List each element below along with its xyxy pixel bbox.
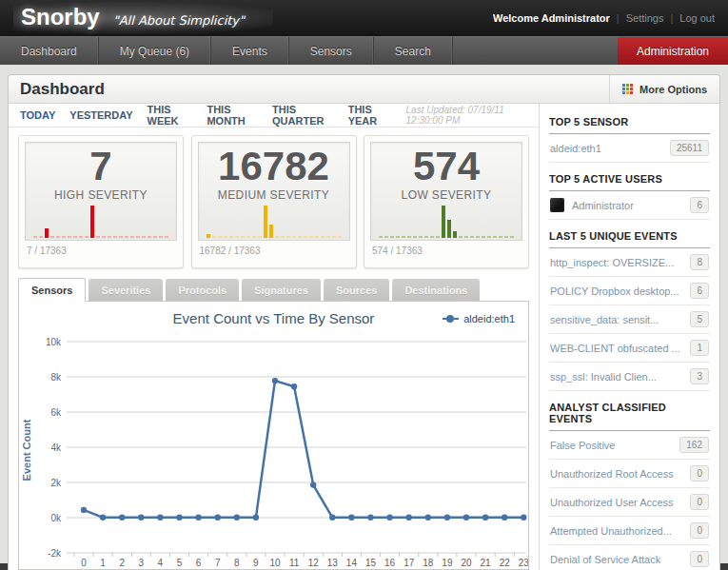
svg-text:15: 15	[365, 558, 377, 568]
user-links: Welcome Administrator | Settings | Log o…	[493, 12, 715, 24]
svg-text:4k: 4k	[50, 442, 62, 453]
svg-text:11: 11	[289, 558, 300, 568]
tab-protocols[interactable]: Protocols	[166, 279, 239, 301]
sensor-link[interactable]: aldeid:eth1	[550, 143, 601, 154]
filter-today[interactable]: TODAY	[20, 109, 55, 121]
unique-event-link[interactable]: WEB-CLIENT obfuscated ...	[550, 343, 680, 354]
main-nav: Dashboard My Queue (6) Events Sensors Se…	[0, 36, 728, 65]
classified-event-row: False Positive 162	[549, 431, 710, 460]
svg-text:10: 10	[269, 558, 281, 568]
high-severity-label: HIGH SEVERITY	[54, 188, 148, 202]
page-title: Dashboard	[20, 80, 105, 99]
chart-legend[interactable]: aldeid:eth1	[443, 313, 515, 324]
unique-event-row: POLICY Dropbox desktop... 6	[549, 277, 710, 305]
administration-button[interactable]: Administration	[618, 37, 728, 65]
nav-events[interactable]: Events	[211, 37, 289, 65]
severity-cards: 7 HIGH SEVERITY 7 / 17363 16782 MEDIUM S…	[9, 128, 539, 268]
user-link[interactable]: Administrator	[572, 200, 634, 211]
page-header: Dashboard More Options	[9, 75, 719, 104]
unique-event-link[interactable]: POLICY Dropbox desktop...	[550, 285, 679, 297]
medium-severity-caption: 16782 / 17363	[198, 246, 350, 256]
svg-text:Event Count: Event Count	[21, 419, 32, 481]
low-severity-card[interactable]: 574 LOW SEVERITY 574 / 17363	[364, 135, 529, 268]
svg-text:16: 16	[384, 558, 396, 568]
event-count-badge: 8	[690, 254, 709, 270]
card-inner: 574 LOW SEVERITY	[370, 142, 522, 241]
event-count-badge: 5	[690, 311, 709, 327]
logo-group[interactable]: Snorby "All About Simplicity"	[13, 2, 273, 34]
analyst-classified-events-title: ANALYST CLASSIFIED EVENTS	[549, 391, 710, 431]
svg-text:12: 12	[308, 558, 320, 568]
filter-this-year[interactable]: THIS YEAR	[348, 104, 392, 127]
classified-event-row: Attempted Unauthorized... 0	[549, 517, 710, 545]
svg-text:23: 23	[519, 558, 529, 568]
svg-text:18: 18	[423, 558, 434, 568]
nav-my-queue[interactable]: My Queue (6)	[99, 37, 211, 65]
nav-search[interactable]: Search	[374, 37, 453, 65]
logout-link[interactable]: Log out	[679, 12, 715, 24]
user-avatar	[550, 198, 564, 212]
svg-text:-2k: -2k	[48, 548, 62, 559]
classified-event-link[interactable]: Unauthorized Root Access	[550, 468, 674, 480]
low-severity-label: LOW SEVERITY	[402, 188, 492, 202]
welcome-text: Welcome Administrator	[493, 12, 610, 24]
svg-text:8: 8	[234, 558, 240, 568]
main-panel: Dashboard More Options TODAY YESTERDAY T…	[8, 74, 720, 570]
svg-text:2k: 2k	[50, 478, 62, 488]
top-5-active-users-title: TOP 5 ACTIVE USERS	[549, 163, 710, 191]
tab-severities[interactable]: Severities	[89, 279, 163, 301]
high-severity-value: 7	[89, 145, 111, 188]
high-severity-caption: 7 / 17363	[25, 246, 177, 256]
filter-yesterday[interactable]: YESTERDAY	[69, 109, 132, 121]
unique-event-row: WEB-CLIENT obfuscated ... 1	[549, 334, 710, 363]
unique-event-row: sensitive_data: sensit... 5	[549, 305, 710, 334]
classified-count-badge: 0	[690, 551, 709, 567]
svg-text:20: 20	[461, 558, 472, 568]
classified-event-link[interactable]: False Positive	[550, 440, 615, 451]
medium-severity-sparkline	[207, 206, 342, 240]
svg-text:21: 21	[481, 558, 492, 568]
filter-this-month[interactable]: THIS MONTH	[207, 104, 258, 127]
medium-severity-value: 16782	[218, 145, 329, 188]
classified-event-link[interactable]: Unauthorized User Access	[550, 497, 674, 508]
top-bar: Snorby "All About Simplicity" Welcome Ad…	[0, 0, 728, 36]
tab-sources[interactable]: Sources	[324, 279, 389, 301]
filter-this-week[interactable]: THIS WEEK	[148, 104, 193, 127]
tab-sensors[interactable]: Sensors	[18, 278, 86, 302]
event-count-badge: 6	[690, 283, 709, 299]
unique-event-link[interactable]: http_inspect: OVERSIZE...	[550, 257, 674, 268]
more-options-button[interactable]: More Options	[609, 75, 719, 103]
app-logo: Snorby	[21, 4, 100, 30]
svg-text:2: 2	[119, 558, 125, 568]
nav-sensors[interactable]: Sensors	[289, 37, 374, 65]
svg-text:0: 0	[81, 558, 87, 568]
sensor-count-badge: 25611	[670, 140, 709, 156]
filter-this-quarter[interactable]: THIS QUARTER	[272, 104, 334, 127]
settings-link[interactable]: Settings	[626, 12, 664, 24]
svg-text:22: 22	[500, 558, 511, 568]
user-row: Administrator 6	[549, 191, 710, 220]
unique-event-link[interactable]: sensitive_data: sensit...	[550, 314, 659, 325]
last-5-unique-events-title: LAST 5 UNIQUE EVENTS	[549, 220, 710, 248]
classified-event-row: Unauthorized Root Access 0	[549, 460, 710, 488]
card-inner: 16782 MEDIUM SEVERITY	[198, 142, 350, 241]
svg-text:4: 4	[158, 558, 164, 568]
tab-signatures[interactable]: Signatures	[242, 279, 321, 301]
unique-event-link[interactable]: ssp_ssl: Invalid Clien...	[550, 371, 657, 383]
tab-destinations[interactable]: Destinations	[392, 279, 480, 301]
grid-icon	[622, 84, 633, 94]
classified-event-link[interactable]: Denial of Service Attack	[550, 554, 660, 565]
divider: |	[670, 12, 673, 24]
card-inner: 7 HIGH SEVERITY	[25, 142, 177, 241]
nav-dashboard[interactable]: Dashboard	[0, 37, 99, 65]
low-severity-caption: 574 / 17363	[370, 246, 522, 256]
classified-count-badge: 162	[679, 437, 709, 453]
content: TODAY YESTERDAY THIS WEEK THIS MONTH THI…	[9, 104, 719, 570]
medium-severity-card[interactable]: 16782 MEDIUM SEVERITY 16782 / 17363	[191, 135, 357, 268]
sidebar: TOP 5 SENSOR aldeid:eth1 25611 TOP 5 ACT…	[539, 104, 719, 570]
time-filters: TODAY YESTERDAY THIS WEEK THIS MONTH THI…	[9, 104, 539, 128]
classified-event-link[interactable]: Attempted Unauthorized...	[550, 525, 672, 537]
high-severity-card[interactable]: 7 HIGH SEVERITY 7 / 17363	[18, 135, 184, 268]
last-updated: Last Updated: 07/19/11 12:30:00 PM	[406, 105, 527, 126]
medium-severity-label: MEDIUM SEVERITY	[218, 188, 329, 202]
